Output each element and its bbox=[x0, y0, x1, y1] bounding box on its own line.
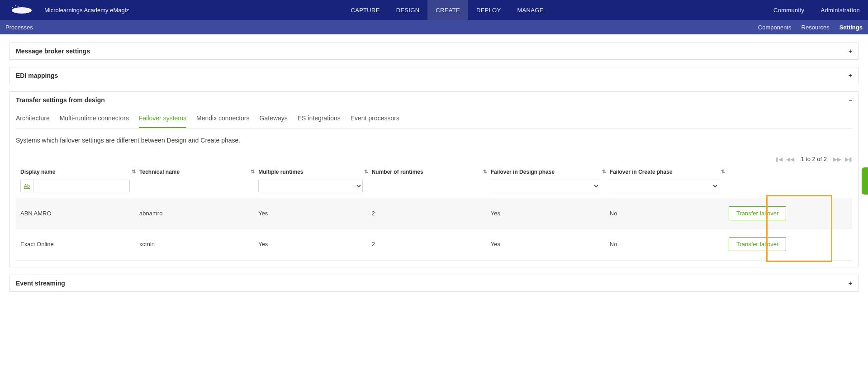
panel-edi-mappings[interactable]: EDI mappings + bbox=[9, 67, 859, 84]
side-feedback-tab[interactable] bbox=[862, 167, 868, 195]
tab-event-processors[interactable]: Event processors bbox=[351, 114, 399, 128]
brand-title: Microlearnings Academy eMagiz bbox=[44, 7, 129, 14]
subnav-settings[interactable]: Settings bbox=[840, 24, 863, 31]
cell-technical: xctnln bbox=[139, 241, 258, 247]
cell-technical: abnamro bbox=[139, 210, 258, 217]
sort-icon: ⇅ bbox=[132, 169, 136, 175]
filter-failover-create[interactable] bbox=[610, 180, 719, 192]
filter-display-name[interactable] bbox=[33, 180, 129, 192]
expand-icon: + bbox=[849, 48, 852, 55]
subbar-processes[interactable]: Processes bbox=[5, 24, 33, 31]
col-multiple-runtimes[interactable]: Multiple runtimes⇅ bbox=[258, 169, 372, 175]
tab-gateways[interactable]: Gateways bbox=[260, 114, 288, 128]
col-actions bbox=[729, 169, 848, 175]
cell-fdesign: Yes bbox=[491, 241, 610, 247]
cell-number: 2 bbox=[372, 241, 491, 247]
svg-point-0 bbox=[12, 7, 32, 14]
subnav-resources[interactable]: Resources bbox=[802, 24, 830, 31]
tab-multi-runtime[interactable]: Multi-runtime connectors bbox=[60, 114, 129, 128]
col-failover-design[interactable]: Failover in Design phase⇅ bbox=[491, 169, 610, 175]
nav-manage[interactable]: MANAGE bbox=[509, 0, 551, 20]
filter-multiple-runtimes[interactable] bbox=[258, 180, 363, 192]
nav-community[interactable]: Community bbox=[765, 0, 812, 20]
col-failover-create[interactable]: Failover in Create phase⇅ bbox=[610, 169, 729, 175]
sort-icon: ⇅ bbox=[364, 169, 368, 175]
svg-point-2 bbox=[15, 5, 16, 6]
tab-mendix-connectors[interactable]: Mendix connectors bbox=[196, 114, 250, 128]
filter-failover-design[interactable] bbox=[491, 180, 600, 192]
col-technical-name[interactable]: Technical name⇅ bbox=[139, 169, 258, 175]
svg-point-3 bbox=[18, 6, 19, 7]
expand-icon: + bbox=[849, 280, 852, 287]
cell-display: Exact Online bbox=[20, 241, 139, 247]
nav-capture[interactable]: CAPTURE bbox=[342, 0, 388, 20]
panel-transfer-settings[interactable]: Transfer settings from design – bbox=[9, 92, 859, 108]
logo bbox=[8, 5, 35, 15]
panel-title-event: Event streaming bbox=[16, 280, 65, 287]
panel-title-broker: Message broker settings bbox=[16, 48, 90, 55]
cell-number: 2 bbox=[372, 210, 491, 217]
sort-icon: ⇅ bbox=[251, 169, 255, 175]
nav-administration[interactable]: Administration bbox=[812, 0, 868, 20]
filter-mode-icon[interactable]: Ab bbox=[21, 180, 33, 192]
panel-event-streaming[interactable]: Event streaming + bbox=[9, 275, 859, 291]
col-number-runtimes[interactable]: Number of runtimes⇅ bbox=[372, 169, 491, 175]
cell-fcreate: No bbox=[610, 210, 729, 217]
transfer-failover-button[interactable]: Transfer failover bbox=[729, 206, 786, 220]
cell-multiple: Yes bbox=[258, 210, 372, 217]
sort-icon: ⇅ bbox=[602, 169, 606, 175]
cell-multiple: Yes bbox=[258, 241, 372, 247]
svg-point-1 bbox=[12, 7, 13, 8]
panel-message-broker[interactable]: Message broker settings + bbox=[9, 43, 859, 59]
pager-last-icon[interactable]: ▶▮ bbox=[845, 156, 852, 162]
table-row[interactable]: Exact Online xctnln Yes 2 Yes No Transfe… bbox=[16, 228, 852, 259]
pager-first-icon[interactable]: ▮◀ bbox=[775, 156, 783, 162]
cell-fcreate: No bbox=[610, 241, 729, 247]
transfer-failover-button[interactable]: Transfer failover bbox=[729, 237, 786, 251]
cell-display: ABN AMRO bbox=[20, 210, 139, 217]
nav-deploy[interactable]: DEPLOY bbox=[468, 0, 509, 20]
nav-design[interactable]: DESIGN bbox=[388, 0, 428, 20]
nav-create[interactable]: CREATE bbox=[427, 0, 468, 20]
expand-icon: + bbox=[849, 72, 852, 79]
panel-title-edi: EDI mappings bbox=[16, 72, 58, 79]
subnav-components[interactable]: Components bbox=[758, 24, 792, 31]
sort-icon: ⇅ bbox=[483, 169, 487, 175]
tab-es-integrations[interactable]: ES integrations bbox=[298, 114, 341, 128]
transfer-description: Systems which failover settings are diff… bbox=[16, 137, 852, 144]
pager-next-icon[interactable]: ▶▶ bbox=[833, 156, 841, 162]
panel-title-transfer: Transfer settings from design bbox=[16, 96, 105, 104]
cell-fdesign: Yes bbox=[491, 210, 610, 217]
pager-prev-icon[interactable]: ◀◀ bbox=[786, 156, 794, 162]
tab-failover-systems[interactable]: Failover systems bbox=[139, 114, 186, 128]
tab-architecture[interactable]: Architecture bbox=[16, 114, 50, 128]
collapse-icon: – bbox=[849, 96, 852, 104]
sort-icon: ⇅ bbox=[721, 169, 725, 175]
col-display-name[interactable]: Display name⇅ bbox=[20, 169, 139, 175]
table-row[interactable]: ABN AMRO abnamro Yes 2 Yes No Transfer f… bbox=[16, 198, 852, 228]
pager-text: 1 to 2 of 2 bbox=[801, 156, 827, 162]
